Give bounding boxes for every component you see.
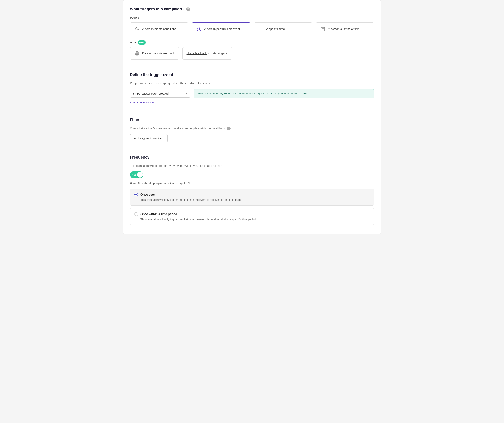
person-event-icon (196, 26, 202, 32)
performs-event-label: A person performs an event (204, 27, 240, 31)
filter-subtitle: Check before the first message to make s… (130, 126, 374, 131)
toggle-wrapper: Yes (130, 171, 374, 178)
data-cards: Data arrives via webhook Share feedback … (130, 47, 374, 60)
new-badge: New (138, 41, 146, 45)
chevron-down-icon[interactable]: ▾ (184, 92, 190, 95)
define-event-subtitle: People will enter this campaign when the… (130, 81, 374, 86)
radio-once-time-period-content: Once within a time period This campaign … (140, 212, 370, 222)
feedback-card: Share feedback on data triggers. (182, 47, 232, 60)
data-card-webhook[interactable]: Data arrives via webhook (130, 47, 179, 60)
svg-rect-3 (259, 28, 263, 31)
frequency-question: How often should people enter this campa… (130, 181, 374, 186)
triggers-section: What triggers this campaign? ? People A … (123, 0, 381, 66)
filter-title: Filter (130, 117, 374, 123)
radio-once-ever[interactable]: Once ever This campaign will only trigge… (130, 189, 374, 206)
page-title-help-icon[interactable]: ? (186, 7, 190, 11)
radio-once-ever-content: Once ever This campaign will only trigge… (140, 192, 370, 202)
trigger-card-submits-form[interactable]: A person submits a form (316, 22, 374, 36)
specific-time-label: A specific time (266, 27, 285, 31)
frequency-section: Frequency This campaign will trigger for… (123, 148, 381, 234)
toggle-yes-label: Yes (132, 173, 137, 177)
frequency-title: Frequency (130, 154, 374, 160)
add-event-filter-button[interactable]: Add event data filter (130, 101, 155, 104)
frequency-toggle[interactable]: Yes (130, 171, 143, 178)
feedback-suffix: on data triggers. (207, 51, 228, 55)
page-title-text: What triggers this campaign? (130, 6, 184, 12)
radio-once-ever-title: Once ever (140, 192, 370, 197)
page-title: What triggers this campaign? ? (130, 6, 374, 12)
frequency-subtitle: This campaign will trigger for every eve… (130, 164, 374, 168)
radio-once-ever-desc: This campaign will only trigger the firs… (140, 198, 370, 202)
event-select-wrapper[interactable]: ▾ (130, 89, 190, 98)
trigger-card-performs-event[interactable]: A person performs an event (192, 22, 251, 36)
form-icon (320, 26, 326, 32)
share-feedback-link[interactable]: Share feedback (186, 51, 207, 55)
send-one-link[interactable]: send one? (294, 92, 307, 95)
trigger-card-meets-conditions[interactable]: A person meets conditions (130, 22, 188, 36)
person-conditions-icon (134, 26, 140, 32)
radio-once-time-period-desc: This campaign will only trigger the firs… (140, 217, 370, 222)
trigger-card-specific-time[interactable]: A specific time (254, 22, 312, 36)
radio-once-ever-circle (134, 193, 138, 196)
people-group-label: People (130, 16, 374, 20)
data-group-header: Data New (130, 41, 374, 45)
data-group-label: Data (130, 41, 136, 45)
webhook-label: Data arrives via webhook (142, 51, 175, 55)
radio-once-time-period[interactable]: Once within a time period This campaign … (130, 208, 374, 225)
event-info-box: We couldn't find any recent instances of… (194, 89, 374, 98)
radio-once-time-period-circle (134, 212, 138, 216)
define-event-title: Define the trigger event (130, 72, 374, 78)
filter-help-icon[interactable]: ? (227, 127, 231, 130)
event-select-input[interactable] (130, 90, 184, 97)
meets-conditions-label: A person meets conditions (142, 27, 176, 31)
submits-form-label: A person submits a form (328, 27, 360, 31)
info-text: We couldn't find any recent instances of… (197, 92, 294, 95)
calendar-icon (258, 26, 264, 32)
svg-point-0 (136, 28, 137, 29)
radio-once-time-period-title: Once within a time period (140, 212, 370, 217)
add-segment-condition-button[interactable]: Add segment condition (130, 134, 168, 142)
globe-icon (134, 50, 140, 56)
filter-section: Filter Check before the first message to… (123, 111, 381, 148)
toggle-thumb (137, 172, 143, 177)
define-event-section: Define the trigger event People will ent… (123, 66, 381, 111)
trigger-cards: A person meets conditions A person perfo… (130, 22, 374, 36)
event-row: ▾ We couldn't find any recent instances … (130, 89, 374, 98)
